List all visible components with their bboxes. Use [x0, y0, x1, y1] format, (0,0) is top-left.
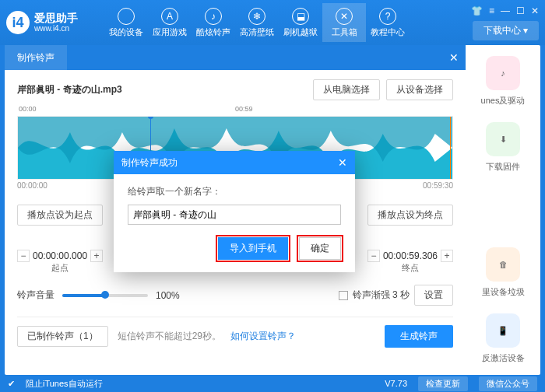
ok-button[interactable]: 确定: [299, 237, 341, 260]
modal-prompt: 给铃声取一个新名字：: [128, 185, 341, 198]
modal-overlay: 制作铃声成功 ✕ 给铃声取一个新名字： 导入到手机 确定: [0, 0, 545, 392]
modal-header: 制作铃声成功 ✕: [114, 151, 355, 174]
success-modal: 制作铃声成功 ✕ 给铃声取一个新名字： 导入到手机 确定: [114, 151, 355, 272]
modal-close-icon[interactable]: ✕: [338, 156, 347, 169]
modal-title: 制作铃声成功: [121, 156, 178, 170]
ringtone-name-input[interactable]: [128, 205, 341, 225]
import-to-phone-button[interactable]: 导入到手机: [218, 237, 288, 260]
